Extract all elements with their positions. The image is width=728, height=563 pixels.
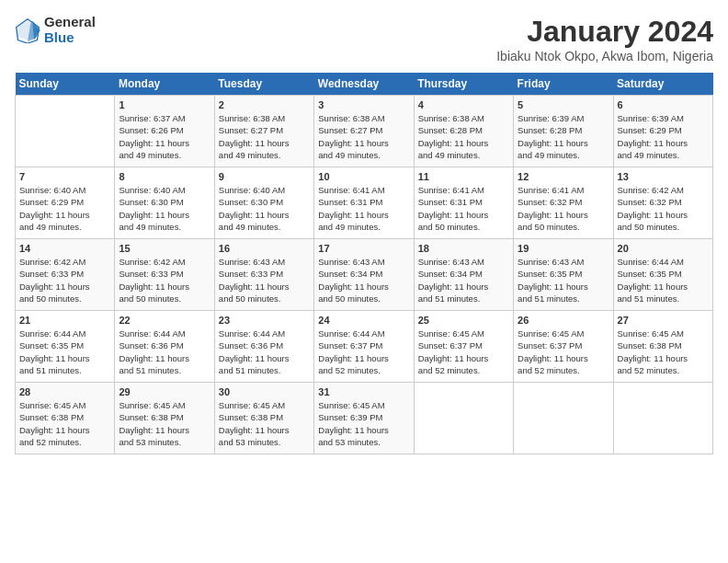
calendar-cell: 23Sunrise: 6:44 AM Sunset: 6:36 PM Dayli… <box>214 311 313 383</box>
calendar-week-5: 28Sunrise: 6:45 AM Sunset: 6:38 PM Dayli… <box>16 383 713 454</box>
day-number: 31 <box>318 386 409 397</box>
calendar-cell: 21Sunrise: 6:44 AM Sunset: 6:35 PM Dayli… <box>16 311 115 383</box>
calendar-cell: 1Sunrise: 6:37 AM Sunset: 6:26 PM Daylig… <box>115 96 214 167</box>
calendar-cell <box>414 383 513 454</box>
logo-text: General Blue <box>44 15 96 45</box>
day-info: Sunrise: 6:41 AM Sunset: 6:32 PM Dayligh… <box>518 184 609 233</box>
day-info: Sunrise: 6:40 AM Sunset: 6:30 PM Dayligh… <box>219 184 310 233</box>
calendar-body: 1Sunrise: 6:37 AM Sunset: 6:26 PM Daylig… <box>16 96 713 454</box>
calendar-cell: 8Sunrise: 6:40 AM Sunset: 6:30 PM Daylig… <box>115 167 214 239</box>
day-number: 15 <box>119 243 210 254</box>
calendar-cell: 17Sunrise: 6:43 AM Sunset: 6:34 PM Dayli… <box>314 239 414 311</box>
weekday-header-sunday: Sunday <box>16 73 115 96</box>
day-info: Sunrise: 6:43 AM Sunset: 6:33 PM Dayligh… <box>219 256 310 304</box>
day-number: 13 <box>618 171 709 182</box>
day-info: Sunrise: 6:39 AM Sunset: 6:29 PM Dayligh… <box>618 112 709 161</box>
calendar-cell: 25Sunrise: 6:45 AM Sunset: 6:37 PM Dayli… <box>414 311 513 383</box>
day-info: Sunrise: 6:45 AM Sunset: 6:38 PM Dayligh… <box>119 399 210 448</box>
day-info: Sunrise: 6:38 AM Sunset: 6:27 PM Dayligh… <box>219 112 310 161</box>
day-number: 28 <box>19 386 110 397</box>
calendar-cell: 26Sunrise: 6:45 AM Sunset: 6:37 PM Dayli… <box>514 311 613 383</box>
weekday-header-row: SundayMondayTuesdayWednesdayThursdayFrid… <box>16 73 713 96</box>
day-info: Sunrise: 6:45 AM Sunset: 6:37 PM Dayligh… <box>518 327 609 376</box>
day-info: Sunrise: 6:42 AM Sunset: 6:33 PM Dayligh… <box>119 256 210 304</box>
calendar-cell: 27Sunrise: 6:45 AM Sunset: 6:38 PM Dayli… <box>613 311 712 383</box>
calendar-cell <box>613 383 712 454</box>
calendar-cell: 28Sunrise: 6:45 AM Sunset: 6:38 PM Dayli… <box>16 383 115 454</box>
calendar-week-2: 7Sunrise: 6:40 AM Sunset: 6:29 PM Daylig… <box>16 167 713 239</box>
page: General Blue January 2024 Ibiaku Ntok Ok… <box>0 0 728 563</box>
day-info: Sunrise: 6:45 AM Sunset: 6:38 PM Dayligh… <box>219 399 310 448</box>
day-info: Sunrise: 6:44 AM Sunset: 6:36 PM Dayligh… <box>219 327 310 376</box>
calendar-cell <box>16 96 115 167</box>
day-number: 4 <box>418 99 509 110</box>
logo: General Blue <box>15 15 96 45</box>
calendar-week-4: 21Sunrise: 6:44 AM Sunset: 6:35 PM Dayli… <box>16 311 713 383</box>
day-number: 3 <box>318 99 409 110</box>
weekday-header-saturday: Saturday <box>613 73 712 96</box>
day-number: 8 <box>119 171 210 182</box>
day-number: 18 <box>418 243 509 254</box>
calendar-cell: 11Sunrise: 6:41 AM Sunset: 6:31 PM Dayli… <box>414 167 513 239</box>
calendar-cell: 14Sunrise: 6:42 AM Sunset: 6:33 PM Dayli… <box>16 239 115 311</box>
day-info: Sunrise: 6:44 AM Sunset: 6:36 PM Dayligh… <box>119 327 210 376</box>
calendar-cell: 3Sunrise: 6:38 AM Sunset: 6:27 PM Daylig… <box>314 96 414 167</box>
day-number: 14 <box>19 243 110 254</box>
day-number: 25 <box>418 315 509 326</box>
calendar-cell: 5Sunrise: 6:39 AM Sunset: 6:28 PM Daylig… <box>514 96 613 167</box>
day-info: Sunrise: 6:44 AM Sunset: 6:35 PM Dayligh… <box>618 256 709 304</box>
logo-blue: Blue <box>44 30 96 46</box>
day-info: Sunrise: 6:42 AM Sunset: 6:33 PM Dayligh… <box>19 256 110 304</box>
day-info: Sunrise: 6:44 AM Sunset: 6:35 PM Dayligh… <box>19 327 110 376</box>
day-number: 22 <box>119 315 210 326</box>
day-info: Sunrise: 6:45 AM Sunset: 6:39 PM Dayligh… <box>318 399 409 448</box>
calendar-cell: 15Sunrise: 6:42 AM Sunset: 6:33 PM Dayli… <box>115 239 214 311</box>
calendar-cell: 10Sunrise: 6:41 AM Sunset: 6:31 PM Dayli… <box>314 167 414 239</box>
calendar-cell: 2Sunrise: 6:38 AM Sunset: 6:27 PM Daylig… <box>214 96 313 167</box>
calendar-cell <box>514 383 613 454</box>
day-info: Sunrise: 6:43 AM Sunset: 6:35 PM Dayligh… <box>518 256 609 304</box>
weekday-header-thursday: Thursday <box>414 73 513 96</box>
calendar-cell: 9Sunrise: 6:40 AM Sunset: 6:30 PM Daylig… <box>214 167 313 239</box>
weekday-header-monday: Monday <box>115 73 214 96</box>
calendar-cell: 24Sunrise: 6:44 AM Sunset: 6:37 PM Dayli… <box>314 311 414 383</box>
main-title: January 2024 <box>496 15 713 49</box>
day-info: Sunrise: 6:38 AM Sunset: 6:28 PM Dayligh… <box>418 112 509 161</box>
day-info: Sunrise: 6:40 AM Sunset: 6:30 PM Dayligh… <box>119 184 210 233</box>
day-number: 30 <box>219 386 310 397</box>
day-info: Sunrise: 6:42 AM Sunset: 6:32 PM Dayligh… <box>618 184 709 233</box>
day-info: Sunrise: 6:38 AM Sunset: 6:27 PM Dayligh… <box>318 112 409 161</box>
day-number: 19 <box>518 243 609 254</box>
day-info: Sunrise: 6:41 AM Sunset: 6:31 PM Dayligh… <box>318 184 409 233</box>
day-number: 9 <box>219 171 310 182</box>
title-block: January 2024 Ibiaku Ntok Okpo, Akwa Ibom… <box>496 15 713 63</box>
day-number: 1 <box>119 99 210 110</box>
calendar-cell: 30Sunrise: 6:45 AM Sunset: 6:38 PM Dayli… <box>214 383 313 454</box>
day-number: 23 <box>219 315 310 326</box>
day-number: 5 <box>518 99 609 110</box>
subtitle: Ibiaku Ntok Okpo, Akwa Ibom, Nigeria <box>496 49 713 63</box>
day-number: 27 <box>618 315 709 326</box>
calendar-week-1: 1Sunrise: 6:37 AM Sunset: 6:26 PM Daylig… <box>16 96 713 167</box>
day-number: 16 <box>219 243 310 254</box>
day-number: 17 <box>318 243 409 254</box>
day-info: Sunrise: 6:45 AM Sunset: 6:38 PM Dayligh… <box>19 399 110 448</box>
day-number: 21 <box>19 315 110 326</box>
day-info: Sunrise: 6:37 AM Sunset: 6:26 PM Dayligh… <box>119 112 210 161</box>
calendar-header: SundayMondayTuesdayWednesdayThursdayFrid… <box>16 73 713 96</box>
day-info: Sunrise: 6:43 AM Sunset: 6:34 PM Dayligh… <box>318 256 409 304</box>
calendar-cell: 16Sunrise: 6:43 AM Sunset: 6:33 PM Dayli… <box>214 239 313 311</box>
day-info: Sunrise: 6:45 AM Sunset: 6:38 PM Dayligh… <box>618 327 709 376</box>
day-number: 20 <box>618 243 709 254</box>
calendar-cell: 18Sunrise: 6:43 AM Sunset: 6:34 PM Dayli… <box>414 239 513 311</box>
day-number: 11 <box>418 171 509 182</box>
calendar-cell: 22Sunrise: 6:44 AM Sunset: 6:36 PM Dayli… <box>115 311 214 383</box>
weekday-header-tuesday: Tuesday <box>214 73 313 96</box>
day-info: Sunrise: 6:43 AM Sunset: 6:34 PM Dayligh… <box>418 256 509 304</box>
day-info: Sunrise: 6:41 AM Sunset: 6:31 PM Dayligh… <box>418 184 509 233</box>
calendar-cell: 4Sunrise: 6:38 AM Sunset: 6:28 PM Daylig… <box>414 96 513 167</box>
day-number: 6 <box>618 99 709 110</box>
calendar-cell: 7Sunrise: 6:40 AM Sunset: 6:29 PM Daylig… <box>16 167 115 239</box>
calendar-cell: 31Sunrise: 6:45 AM Sunset: 6:39 PM Dayli… <box>314 383 414 454</box>
calendar-cell: 29Sunrise: 6:45 AM Sunset: 6:38 PM Dayli… <box>115 383 214 454</box>
